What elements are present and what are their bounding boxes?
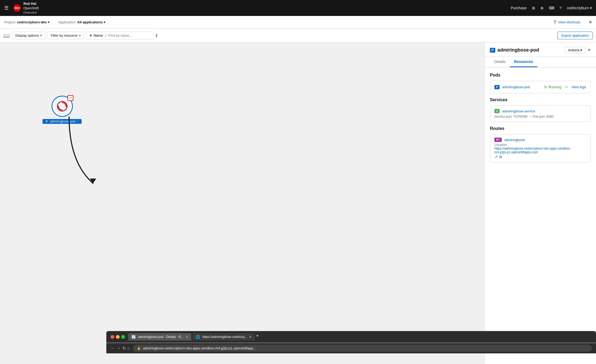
tab-resources[interactable]: Resources — [510, 57, 538, 67]
redhat-logo: RH — [13, 4, 21, 12]
pod-external-link-btn[interactable]: ↗ — [68, 95, 73, 101]
pod-link-icon[interactable]: ↔ — [564, 84, 569, 90]
terminal-icon[interactable]: ⌨ — [549, 6, 554, 10]
export-application-btn[interactable]: Export application — [557, 32, 593, 39]
services-section-title: Services — [490, 98, 591, 102]
user-menu[interactable]: cedricclyburn ▾ — [567, 6, 592, 10]
topology-book-icon[interactable]: 📖 — [3, 32, 10, 39]
lock-icon: 🔒 — [137, 346, 141, 350]
browser-tabs: 🔄 admiringbose-pod · Details · R... ✕ 🌐 … — [128, 333, 592, 341]
browser-tab-1[interactable]: 🔄 admiringbose-pod · Details · R... ✕ — [128, 333, 191, 341]
browser-bar: 🔄 admiringbose-pod · Details · R... ✕ 🌐 … — [106, 331, 596, 343]
route-external-link-icon[interactable]: ↗ — [494, 155, 498, 159]
filter-by-resource-btn[interactable]: Filter by resource ▾ — [47, 32, 84, 39]
app-selector[interactable]: Application: All applications ▾ — [58, 20, 106, 24]
pod-context-menu[interactable]: ⋮ — [76, 120, 79, 123]
service-port-details: Service port: TCP/8080 → Pod port: 8080 — [494, 115, 586, 118]
secondary-nav: Project: cedricclyburn-dev ▾ Application… — [0, 16, 596, 29]
close-panel-btn[interactable]: × — [588, 47, 591, 53]
top-nav: ☰ RH Red Hat OpenShift Dedicated Purchas… — [0, 0, 596, 16]
filter-icon: ▼ — [89, 33, 93, 38]
side-panel: P admiringbose-pod Actions ▾ × Details R… — [484, 43, 596, 364]
arrow-annotation — [61, 114, 130, 189]
route-location-label: Location: — [494, 143, 586, 147]
quarkus-icon — [57, 101, 68, 112]
actions-dropdown-btn[interactable]: Actions ▾ — [565, 47, 586, 53]
browser-nav-buttons: ← → ↻ ⌂ — [111, 346, 130, 351]
pod-icon-wrapper: ↗ — [52, 96, 73, 117]
pod-node[interactable]: ↗ P admiringbose-pod ⋮ — [43, 96, 82, 124]
actions-chevron-icon: ▾ — [580, 48, 582, 52]
pod-badge: P — [494, 85, 500, 89]
route-badge: RT — [494, 138, 502, 142]
svg-marker-5 — [90, 179, 96, 183]
help-circle-icon: ❓ — [553, 20, 557, 24]
routes-section-title: Routes — [490, 126, 591, 131]
filter-resource-chevron: ▾ — [79, 34, 81, 37]
service-badge: S — [494, 109, 500, 113]
pod-resource-row: P admiringbose-pod ↻ Running ↔ View logs — [494, 84, 586, 90]
tab1-favicon: 🔄 — [131, 335, 136, 339]
purchase-link[interactable]: Purchase — [511, 6, 527, 10]
help-icon[interactable]: ? — [560, 6, 562, 10]
service-resource-row: S admiringbose-service — [494, 109, 586, 113]
view-logs-link[interactable]: View logs — [572, 85, 586, 89]
toolbar: 📖 Display options ▾ Filter by resource ▾… — [0, 29, 596, 43]
service-resource-card: S admiringbose-service Service port: TCP… — [490, 105, 591, 122]
address-bar[interactable]: 🔒 admiringbose-cedricclyburn-dev.apps.sa… — [133, 345, 592, 352]
panel-header: P admiringbose-pod Actions ▾ × — [485, 43, 596, 57]
browser-tab-2[interactable]: 🌐 https://admiringbose-cedriccly... ✕ — [192, 333, 255, 341]
tab2-favicon: 🌐 — [196, 335, 200, 339]
new-tab-btn[interactable]: + — [256, 333, 259, 341]
panel-actions: Actions ▾ × — [565, 47, 591, 53]
tab1-close-btn[interactable]: ✕ — [186, 335, 188, 339]
route-url-link[interactable]: https://admiringbose-cedricclyburn-dev.a… — [494, 147, 586, 154]
pods-section-title: Pods — [490, 73, 591, 78]
topology-canvas[interactable]: ↗ P admiringbose-pod ⋮ — [0, 43, 484, 364]
project-chevron-icon: ▾ — [48, 20, 50, 24]
main-area: ↗ P admiringbose-pod ⋮ P admiringbose-po… — [0, 43, 596, 364]
brand: RH Red Hat OpenShift Dedicated — [13, 2, 39, 14]
tab2-close-btn[interactable]: ✕ — [249, 335, 252, 339]
route-action-icons: ↗ ⧉ — [494, 155, 586, 159]
display-options-btn[interactable]: Display options ▾ — [12, 32, 45, 39]
pod-status: ↻ Running — [544, 85, 561, 89]
browser-traffic-lights — [111, 335, 125, 339]
browser-address-bar: ← → ↻ ⌂ 🔒 admiringbose-cedricclyburn-dev… — [106, 343, 596, 353]
back-btn[interactable]: ← — [111, 346, 115, 351]
find-by-name-input[interactable] — [108, 33, 151, 37]
home-btn[interactable]: ⌂ — [127, 346, 130, 351]
app-chevron-icon: ▾ — [104, 20, 106, 24]
route-resource-card: RT admiringbose Location: https://admiri… — [490, 134, 591, 163]
project-selector[interactable]: Project: cedricclyburn-dev ▾ — [4, 20, 50, 24]
route-resource-row: RT admiringbose — [494, 138, 586, 142]
reload-btn[interactable]: ↻ — [122, 346, 126, 351]
tab-details[interactable]: Details — [490, 57, 510, 67]
panel-content: Pods P admiringbose-pod ↻ Running ↔ View… — [485, 67, 596, 172]
chevron-down-icon: ▾ — [590, 6, 592, 10]
info-icon[interactable]: ℹ — [156, 33, 157, 38]
panel-p-badge: P — [490, 48, 495, 53]
plus-icon[interactable]: ⊕ — [540, 6, 544, 10]
close-window-dot[interactable] — [111, 335, 114, 339]
view-shortcuts-link[interactable]: ❓ View shortcuts — [553, 20, 580, 24]
display-options-chevron: ▾ — [40, 34, 42, 37]
service-resource-name[interactable]: admiringbose-service — [502, 109, 586, 113]
forward-btn[interactable]: → — [116, 346, 121, 351]
hamburger-menu[interactable]: ☰ — [4, 5, 9, 11]
panel-tabs: Details Resources — [485, 57, 596, 67]
maximize-window-dot[interactable] — [121, 335, 125, 339]
panel-title: P admiringbose-pod — [490, 47, 539, 53]
minimize-window-dot[interactable] — [116, 335, 120, 339]
route-resource-name[interactable]: admiringbose — [504, 138, 586, 142]
route-copy-icon[interactable]: ⧉ — [499, 155, 502, 159]
pod-p-badge: P — [45, 120, 49, 123]
svg-text:RH: RH — [15, 6, 19, 10]
pod-resource-card: P admiringbose-pod ↻ Running ↔ View logs — [490, 81, 591, 93]
pod-label: P admiringbose-pod ⋮ — [43, 119, 82, 124]
grid-icon[interactable]: ⊞ — [532, 6, 535, 10]
brand-text: Red Hat OpenShift Dedicated — [23, 2, 39, 14]
nav-actions: Purchase ⊞ ⊕ ⌨ ? cedricclyburn ▾ — [511, 6, 592, 10]
list-view-icon[interactable]: ≡ — [589, 19, 592, 25]
pod-resource-name[interactable]: admiringbose-pod — [502, 85, 542, 89]
